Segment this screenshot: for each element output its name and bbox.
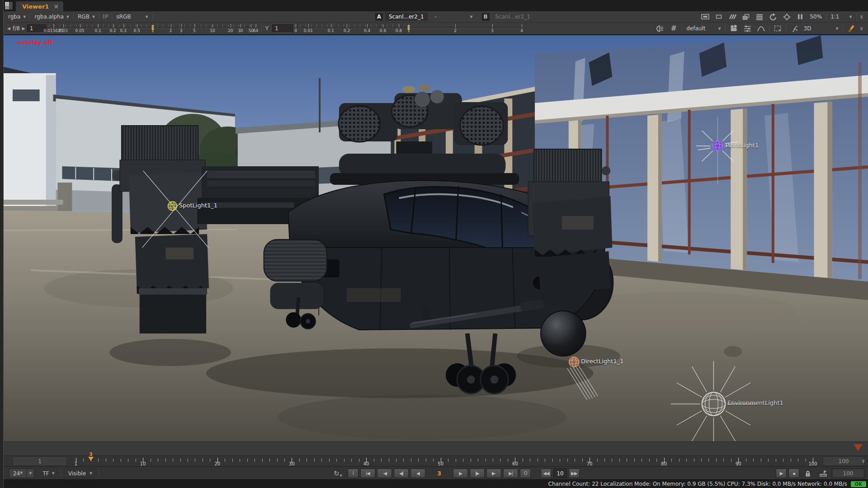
update-target-icon[interactable]	[783, 13, 791, 21]
playhead[interactable]: 3	[88, 452, 94, 461]
b-input-select[interactable]: Scanl...er2_1	[492, 13, 534, 21]
record-button[interactable]: ●	[788, 469, 799, 478]
frame-range-marker-icon[interactable]	[819, 469, 827, 478]
chevron-down-icon: ▼	[145, 15, 148, 19]
play-forward-button[interactable]: ▶	[453, 469, 468, 478]
loop-mode-button[interactable]: ↻▼	[334, 469, 342, 478]
tab-viewer1[interactable]: Viewer1 ×	[16, 1, 63, 11]
transport-bar: 24* ▼ TF▼ Visible ▼ ↻▼ I |◀ ·◀ ◀| ◀ 3 ▶	[4, 466, 868, 479]
first-frame-button[interactable]: |◀	[360, 469, 375, 478]
double-chevron-down-icon[interactable]: »	[858, 14, 865, 19]
fstop-control: ◀ f/8 ▶	[7, 25, 25, 32]
zoom-level[interactable]: 50%	[810, 14, 822, 20]
in-point-button[interactable]: I	[348, 469, 359, 478]
flipbook-play-button[interactable]: ▶	[776, 469, 787, 478]
viewer-3d-viewport[interactable]: overlay off SpotLight1_1 PointLight1 Dir…	[4, 35, 868, 455]
view-mode-select[interactable]: 3D▼	[801, 24, 841, 33]
gamma-input[interactable]: 1	[272, 24, 293, 33]
lut-select[interactable]: default▼	[684, 24, 723, 33]
ab-blend-select[interactable]: -▼	[432, 13, 476, 21]
layer-select[interactable]: rgba▼	[5, 13, 28, 21]
alpha-select[interactable]: rgba.alpha▼	[32, 13, 72, 21]
range-start-input[interactable]: 1	[13, 456, 67, 466]
status-ok-badge: OK	[851, 481, 866, 487]
fps-select[interactable]: 24* ▼	[9, 469, 34, 478]
double-chevron-down-icon[interactable]: »	[858, 26, 865, 31]
chevron-down-icon: ▼	[340, 474, 342, 478]
camera-icon[interactable]	[730, 24, 738, 33]
chevron-down-icon: ▼	[835, 27, 838, 31]
playback-settings-group: 24* ▼ TF▼ Visible ▼	[9, 467, 100, 480]
gamma-slider[interactable]: 00.010.10.20.40.60.81234	[295, 23, 523, 34]
prev-arrow-icon[interactable]: ◀	[7, 26, 10, 31]
chevron-down-icon: ▼	[849, 15, 852, 19]
grid-icon[interactable]: #	[670, 24, 678, 33]
pointlight-label[interactable]: PointLight1	[726, 142, 759, 149]
tick-mark	[308, 24, 309, 28]
a-input-badge: A	[375, 13, 383, 21]
out-point-button[interactable]: O	[520, 469, 531, 478]
step-forward-button[interactable]: |▶	[470, 469, 485, 478]
pane-edge[interactable]	[0, 0, 4, 488]
channel-display-select[interactable]: RGB▼	[75, 13, 98, 21]
refresh-icon[interactable]	[769, 13, 777, 21]
frame-timeline: 1 3 1102030405060708090100 100 »	[4, 455, 868, 466]
gain-slider[interactable]: 0.0156250.030.050.10.20.30.5123510203050…	[49, 23, 258, 34]
tick-label: 0.01	[304, 28, 313, 33]
viewport-bottom-strip	[4, 441, 868, 455]
wipe-pen-icon[interactable]	[847, 24, 855, 33]
next-arrow-icon[interactable]: ▶	[22, 26, 25, 31]
timeline-ruler[interactable]: 3 1102030405060708090100	[76, 456, 813, 467]
tick-mark	[409, 24, 409, 28]
curve-icon[interactable]	[757, 24, 765, 33]
step-back-button[interactable]: ◀|	[394, 469, 409, 478]
skip-back-button[interactable]: ◀◀	[541, 469, 552, 478]
tick-label: 30	[289, 461, 295, 466]
tick-mark	[231, 24, 231, 28]
headlight-icon[interactable]	[656, 24, 664, 33]
environmentlight-label[interactable]: EnvironmentLight1	[727, 399, 783, 406]
tick-mark	[367, 24, 368, 28]
a-input-select[interactable]: Scanl...er2_1	[385, 13, 428, 21]
system-status-text: Channel Count: 22 Localization Mode: On …	[548, 481, 847, 487]
current-frame-display[interactable]: 3	[437, 470, 441, 477]
spotlight-label[interactable]: SpotLight1_1	[179, 202, 217, 209]
tick-label: 0.8	[396, 28, 402, 33]
overlay-status-text: overlay off	[17, 39, 52, 46]
roi-stripes-icon[interactable]	[728, 13, 736, 21]
double-chevron-down-icon[interactable]: »	[860, 459, 867, 463]
input-process-toggle[interactable]: IP	[101, 14, 110, 20]
new-window-icon[interactable]	[742, 13, 750, 21]
pixel-aspect-select[interactable]: 1:1▼	[828, 13, 854, 21]
directlight-label[interactable]: DirectLight1_1	[581, 358, 623, 365]
marquee-icon[interactable]	[774, 24, 782, 33]
handles-icon[interactable]	[790, 24, 798, 33]
pane-menu-icon[interactable]	[5, 1, 13, 10]
tick-mark	[251, 24, 251, 28]
tick-label: 0.05	[75, 28, 85, 33]
next-keyframe-button[interactable]: ▶·	[486, 469, 501, 478]
pause-icon[interactable]	[796, 13, 804, 21]
last-frame-button[interactable]: ▶|	[503, 469, 518, 478]
range-end-input[interactable]: 100	[823, 456, 864, 466]
close-icon[interactable]: ×	[53, 3, 59, 10]
viewer-process-select[interactable]: sRGB▼	[113, 13, 151, 21]
frame-skip-input[interactable]: 10	[553, 469, 567, 478]
lock-range-icon[interactable]	[804, 469, 812, 478]
tf-select[interactable]: TF▼	[40, 469, 57, 478]
tick-label: 60	[512, 461, 518, 466]
prev-keyframe-button[interactable]: ·◀	[377, 469, 392, 478]
skip-forward-button[interactable]: ▶▶	[569, 469, 580, 478]
levels-icon[interactable]	[743, 24, 751, 33]
stack-lines-icon[interactable]	[755, 13, 764, 21]
tick-mark	[194, 24, 195, 28]
play-backward-button[interactable]: ◀	[410, 469, 425, 478]
tick-mark	[455, 24, 456, 28]
proxy-rect-icon[interactable]	[715, 13, 723, 21]
tick-mark	[63, 24, 64, 28]
monitor-frame-icon[interactable]	[701, 13, 709, 21]
visibility-select[interactable]: Visible ▼	[64, 469, 95, 478]
tick-label: 0.03	[59, 28, 68, 33]
tick-mark	[53, 24, 54, 28]
playback-range-end[interactable]: 100	[832, 469, 864, 478]
